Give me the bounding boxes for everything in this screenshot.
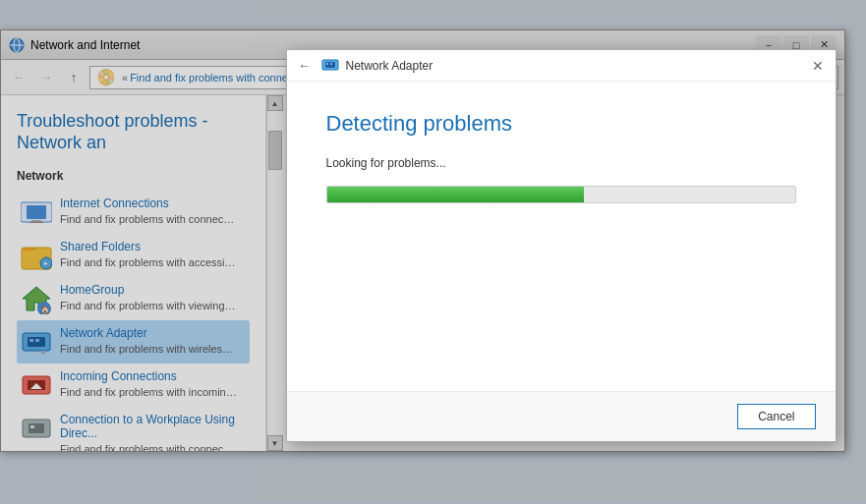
dialog-header-title: Network Adapter — [346, 59, 433, 73]
dialog-icon — [320, 56, 340, 76]
dialog-back-button[interactable]: ← — [295, 56, 315, 76]
troubleshoot-dialog: ← Network Adapter ✕ Detecting problems L… — [286, 49, 837, 442]
dialog-footer: Cancel — [287, 391, 836, 441]
svg-rect-28 — [330, 63, 332, 65]
dialog-title-bar: ← Network Adapter ✕ — [287, 50, 836, 82]
dialog-overlay: ← Network Adapter ✕ Detecting problems L… — [0, 0, 866, 504]
looking-text: Looking for problems... — [326, 156, 796, 170]
dialog-close-button[interactable]: ✕ — [808, 56, 828, 76]
progress-bar-fill — [327, 187, 585, 202]
cancel-button[interactable]: Cancel — [737, 404, 815, 429]
svg-rect-27 — [326, 63, 328, 65]
detecting-title: Detecting problems — [326, 111, 796, 137]
dialog-content: Detecting problems Looking for problems.… — [287, 82, 836, 391]
progress-bar-container — [326, 186, 796, 203]
